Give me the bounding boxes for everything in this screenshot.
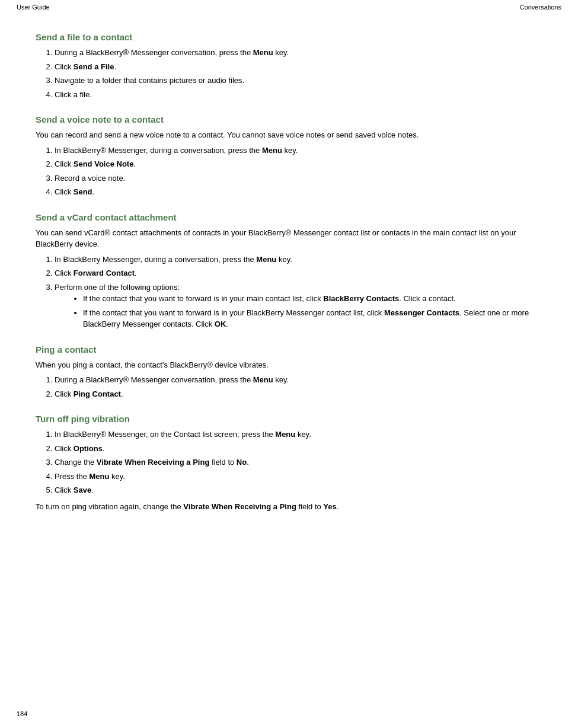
- section-turn-off-ping-outro: To turn on ping vibration again, change …: [36, 501, 542, 513]
- list-item: During a BlackBerry® Messenger conversat…: [55, 47, 542, 59]
- list-item: Click Options.: [55, 443, 542, 455]
- section-ping-contact-title: Ping a contact: [36, 344, 542, 355]
- section-send-voice-note: Send a voice note to a contact You can r…: [36, 114, 542, 198]
- list-item: In BlackBerry® Messenger, on the Contact…: [55, 429, 542, 440]
- list-item: Click a file.: [55, 89, 542, 101]
- list-item: During a BlackBerry® Messenger conversat…: [55, 374, 542, 386]
- header-left: User Guide: [17, 4, 50, 11]
- section-send-voice-note-title: Send a voice note to a contact: [36, 114, 542, 124]
- section-turn-off-ping-steps: In BlackBerry® Messenger, on the Contact…: [55, 429, 542, 496]
- section-turn-off-ping: Turn off ping vibration In BlackBerry® M…: [36, 414, 542, 512]
- header-right: Conversations: [520, 4, 561, 11]
- list-item: In BlackBerry® Messenger, during a conve…: [55, 145, 542, 157]
- list-item: In BlackBerry Messenger, during a conver…: [55, 254, 542, 266]
- list-item: If the contact that you want to forward …: [83, 307, 542, 330]
- section-ping-contact-intro: When you ping a contact, the contact's B…: [36, 359, 542, 371]
- list-item: Click Ping Contact.: [55, 388, 542, 400]
- section-ping-contact-steps: During a BlackBerry® Messenger conversat…: [55, 374, 542, 400]
- section-send-file-title: Send a file to a contact: [36, 32, 542, 42]
- section-ping-contact: Ping a contact When you ping a contact, …: [36, 344, 542, 400]
- list-item: Navigate to a folder that contains pictu…: [55, 75, 542, 87]
- page-number: 184: [17, 710, 27, 717]
- page-header: User Guide Conversations: [0, 0, 578, 14]
- list-item: Click Send a File.: [55, 61, 542, 73]
- list-item: Press the Menu key.: [55, 471, 542, 483]
- list-item: Click Send Voice Note.: [55, 158, 542, 170]
- list-item: Click Forward Contact.: [55, 267, 542, 279]
- section-send-voice-note-intro: You can record and send a new voice note…: [36, 129, 542, 141]
- section-send-voice-note-steps: In BlackBerry® Messenger, during a conve…: [55, 145, 542, 198]
- section-send-file-steps: During a BlackBerry® Messenger conversat…: [55, 47, 542, 100]
- main-content: Send a file to a contact During a BlackB…: [0, 14, 578, 562]
- section-send-vcard-intro: You can send vCard® contact attachments …: [36, 227, 542, 250]
- section-send-file: Send a file to a contact During a BlackB…: [36, 32, 542, 100]
- section-send-vcard-steps: In BlackBerry Messenger, during a conver…: [55, 254, 542, 330]
- section-send-vcard-bullets: If the contact that you want to forward …: [83, 293, 542, 330]
- list-item: If the contact that you want to forward …: [83, 293, 542, 305]
- section-turn-off-ping-title: Turn off ping vibration: [36, 414, 542, 424]
- section-send-vcard: Send a vCard contact attachment You can …: [36, 212, 542, 330]
- list-item: Record a voice note.: [55, 173, 542, 184]
- section-send-vcard-title: Send a vCard contact attachment: [36, 212, 542, 222]
- list-item: Click Save.: [55, 484, 542, 496]
- list-item: Change the Vibrate When Receiving a Ping…: [55, 456, 542, 468]
- list-item: Click Send.: [55, 186, 542, 198]
- page-footer: 184: [17, 710, 27, 717]
- list-item: Perform one of the following options: If…: [55, 282, 542, 330]
